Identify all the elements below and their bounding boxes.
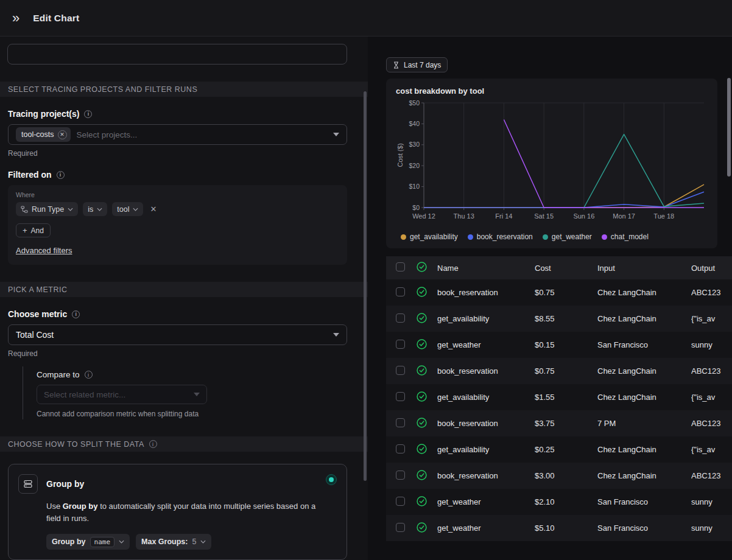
left-panel-scrollbar-thumb[interactable] [364,91,367,481]
row-checkbox[interactable] [396,313,405,323]
choose-metric-label: Choose metric [8,309,360,319]
run-output: {"is_av [691,393,732,402]
group-by-field-value: name [90,537,115,547]
svg-text:$20: $20 [409,162,420,169]
chevron-down-icon [68,208,73,211]
table-header-row: Name Cost Input Output [386,256,732,279]
run-name[interactable]: get_availability [437,445,535,454]
run-name[interactable]: get_weather [437,497,535,506]
table-row[interactable]: get_availability$0.25Chez LangChain{"is_… [386,436,732,463]
group-by-radio-selected[interactable] [326,474,337,485]
table-row[interactable]: book_reservation$3.757 PMABC123 [386,410,732,436]
run-name[interactable]: get_weather [437,340,535,349]
success-status-icon [417,287,427,297]
compare-placeholder: Select related metric... [44,390,194,399]
row-checkbox[interactable] [396,497,405,506]
projects-placeholder: Select projects... [77,130,328,139]
run-output: ABC123 [691,471,732,480]
run-output: {"is_av [691,445,732,454]
run-output: sunny [691,497,732,506]
legend-label: chat_model [611,233,649,241]
select-all-checkbox[interactable] [396,262,405,271]
run-input: Chez LangChain [597,445,691,454]
column-header-cost[interactable]: Cost [535,264,597,273]
table-row[interactable]: get_availability$1.55Chez LangChain{"is_… [386,384,732,410]
tracing-projects-select[interactable]: tool-costs ✕ Select projects... [8,124,347,145]
group-by-button-label: Group by [52,537,86,546]
row-checkbox[interactable] [396,471,405,480]
run-output: ABC123 [691,419,732,428]
run-output: sunny [691,340,732,349]
filter-operator-chip[interactable]: is [83,202,107,216]
advanced-filters-link[interactable]: Advanced filters [16,246,72,255]
table-row[interactable]: book_reservation$3.00Chez LangChainABC12… [386,463,732,489]
row-checkbox[interactable] [396,287,405,296]
add-and-filter-button[interactable]: + And [16,223,51,237]
max-groups-button[interactable]: Max Groups: 5 [136,534,211,550]
run-name[interactable]: book_reservation [437,366,535,376]
chevron-down-icon [133,208,138,211]
svg-text:Fri 14: Fri 14 [495,212,512,220]
project-chip[interactable]: tool-costs ✕ [16,127,71,142]
legend-item[interactable]: get_availability [401,233,458,241]
table-row[interactable]: get_availability$8.55Chez LangChain{"is_… [386,306,732,332]
row-checkbox[interactable] [396,392,405,401]
remove-filter-icon[interactable]: ✕ [150,205,157,214]
legend-item[interactable]: get_weather [543,233,592,241]
run-name[interactable]: get_availability [437,393,535,402]
table-row[interactable]: get_weather$0.15San Franciscosunny [386,332,732,358]
run-name[interactable]: book_reservation [437,288,535,297]
chart-name-input[interactable] [7,44,347,65]
run-name[interactable]: book_reservation [437,471,535,480]
line-chart[interactable]: Wed 12Thu 13Fri 14Sat 15Sun 16Mon 17Tue … [396,99,708,228]
metric-select[interactable]: Total Cost [8,324,347,345]
run-output: sunny [691,523,732,533]
info-icon[interactable] [85,371,93,379]
chart-preview-panel: Last 7 days cost breakdown by tool Wed 1… [368,37,732,560]
chart-legend: get_availabilitybook_reservationget_weat… [401,233,708,241]
run-cost: $0.75 [535,288,597,297]
run-cost: $0.25 [535,445,597,454]
filter-value-chip[interactable]: tool [112,202,143,216]
filter-operator-label: is [88,205,93,214]
info-icon[interactable] [57,171,65,179]
filter-card: Where Run Type is tool ✕ [8,185,347,265]
table-row[interactable]: get_weather$5.10San Franciscosunny [386,515,732,541]
required-note: Required [8,349,360,358]
run-cost: $0.75 [535,366,597,376]
collapse-sidebar-icon[interactable]: » [12,12,19,25]
section-header-label: SELECT TRACING PROJECTS AND FILTER RUNS [8,85,197,94]
info-icon[interactable] [72,310,80,318]
group-by-field-button[interactable]: Group by name [46,534,130,550]
info-icon[interactable] [84,110,92,118]
runs-table: Name Cost Input Output book_reservation$… [386,256,732,541]
row-checkbox[interactable] [396,418,405,427]
run-output: {"is_av [691,314,732,323]
row-checkbox[interactable] [396,366,405,375]
run-name[interactable]: get_availability [437,314,535,323]
run-cost: $1.55 [535,393,597,402]
table-row[interactable]: book_reservation$0.75Chez LangChainABC12… [386,358,732,384]
row-checkbox[interactable] [396,340,405,349]
info-icon[interactable] [149,440,157,448]
column-header-output[interactable]: Output [691,264,732,273]
legend-label: get_availability [410,233,458,241]
time-range-chip[interactable]: Last 7 days [386,57,448,72]
page-scrollbar-thumb[interactable] [727,78,731,177]
legend-item[interactable]: book_reservation [468,233,533,241]
column-header-name[interactable]: Name [437,264,535,273]
table-row[interactable]: book_reservation$0.75Chez LangChainABC12… [386,279,732,306]
remove-project-icon[interactable]: ✕ [58,130,67,139]
row-checkbox[interactable] [396,444,405,453]
group-by-card[interactable]: Group by Use Group by to automatically s… [8,464,347,560]
run-name[interactable]: get_weather [437,523,535,533]
column-header-input[interactable]: Input [597,264,691,273]
success-status-icon [417,365,427,376]
run-name[interactable]: book_reservation [437,419,535,428]
table-row[interactable]: get_weather$2.10San Franciscosunny [386,489,732,515]
success-status-icon [417,522,427,533]
chart-card: cost breakdown by tool Wed 12Thu 13Fri 1… [386,79,717,248]
legend-item[interactable]: chat_model [602,233,649,241]
row-checkbox[interactable] [396,523,405,532]
filter-field-chip[interactable]: Run Type [16,202,78,216]
